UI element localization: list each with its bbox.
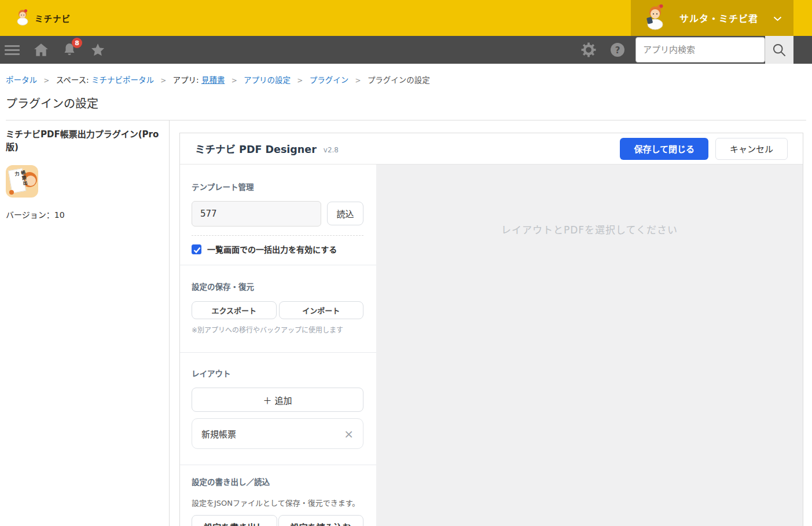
bulk-output-checkbox-row[interactable]: 一覧画面での一括出力を有効にする [192,243,363,255]
help-icon[interactable]: ? [610,42,625,57]
layout-item-name: 新規帳票 [201,428,236,440]
user-menu[interactable]: サルタ・ミチビ君 [631,0,793,36]
breadcrumb-current: プラグインの設定 [368,75,430,85]
add-layout-button[interactable]: ＋ 追加 [192,388,363,412]
mascot-logo-icon [15,8,30,28]
plugin-version: バージョン：10 [6,209,160,220]
section-layout: レイアウト ＋ 追加 新規帳票 × [180,353,376,465]
preview-placeholder: レイアウトとPDFを選択してください [501,224,678,236]
plugin-settings-panel: ミチナビ PDF Designer v2.8 保存して閉じる キャンセル テンプ… [179,133,803,526]
json-description: 設定をJSONファイルとして保存・復元できます。 [192,497,363,508]
notifications-bell-icon[interactable]: 8 [63,42,76,57]
backup-note: ※別アプリへの移行やバックアップに使用します [192,324,363,334]
user-name: サルタ・ミチビ君 [679,11,758,25]
plugin-name: ミチナビPDF帳票出力プラグイン(Pro版) [6,129,160,154]
save-and-close-button[interactable]: 保存して閉じる [620,138,708,160]
home-icon[interactable] [34,43,49,57]
breadcrumb-app-prefix: アプリ: [173,75,199,85]
section-template-management: テンプレート管理 読込 一覧画面での一括出力を有効にする [180,165,376,265]
dashed-divider [192,235,363,236]
layout-list-item[interactable]: 新規帳票 × [192,418,363,449]
top-bar: ミチナビ サルタ・ミチビ君 [0,0,812,36]
breadcrumb: ポータル > スペース: ミチナビポータル > アプリ: 見積書 > アプリの設… [0,64,812,85]
panel-header: ミチナビ PDF Designer v2.8 保存して閉じる キャンセル [180,133,803,165]
load-template-button[interactable]: 読込 [327,202,363,225]
bulk-output-checkbox-label: 一覧画面での一括出力を有効にする [207,243,337,255]
panel-title: ミチナビ PDF Designer [195,141,317,156]
breadcrumb-portal[interactable]: ポータル [6,75,37,85]
search-input[interactable] [635,37,765,63]
plugin-icon: 帳票出力 [6,165,38,198]
panel-version: v2.8 [324,144,339,154]
plugin-sidebar: ミチナビPDF帳票出力プラグイン(Pro版) 帳票出力 バージョン：10 [0,120,170,526]
app-logo[interactable]: ミチナビ [15,0,71,36]
section-save-restore: 設定の保存・復元 エクスポート インポート ※別アプリへの移行やバックアップに使… [180,265,376,353]
search-icon [771,42,787,58]
search-button[interactable] [765,36,793,64]
chevron-down-icon [773,13,782,24]
close-icon[interactable]: × [344,428,354,440]
backup-section-label: 設定の保存・復元 [192,280,363,292]
hamburger-menu-icon[interactable] [5,43,20,57]
notification-badge: 8 [72,38,82,48]
json-section-label: 設定の書き出し／読込 [192,476,363,487]
breadcrumb-space[interactable]: ミチナビポータル [91,75,154,85]
settings-column: テンプレート管理 読込 一覧画面での一括出力を有効にする [180,165,376,526]
template-id-input[interactable] [192,201,321,227]
settings-gear-icon[interactable] [581,42,596,57]
breadcrumb-plugins[interactable]: プラグイン [310,75,349,85]
page-title: プラグインの設定 [6,94,812,111]
breadcrumb-space-prefix: スペース: [56,75,89,85]
bulk-output-checkbox[interactable] [192,244,201,254]
preview-area: レイアウトとPDFを選択してください [376,165,803,526]
logo-text: ミチナビ [35,12,71,24]
user-avatar [644,3,667,32]
json-export-button[interactable]: 設定を書き出し [192,515,277,526]
export-button[interactable]: エクスポート [192,301,277,319]
template-section-label: テンプレート管理 [192,181,363,192]
favorites-star-icon[interactable] [90,43,105,57]
section-json-export: 設定の書き出し／読込 設定をJSONファイルとして保存・復元できます。 設定を書… [180,465,376,526]
breadcrumb-app[interactable]: 見積書 [201,75,225,85]
layout-section-label: レイアウト [192,367,363,379]
breadcrumb-app-settings[interactable]: アプリの設定 [244,75,291,85]
import-button[interactable]: インポート [279,301,364,319]
json-import-button[interactable]: 設定を読み込む [278,515,364,526]
svg-text:?: ? [615,45,620,56]
cancel-button[interactable]: キャンセル [715,138,788,160]
main-toolbar: 8 ? [0,36,812,64]
